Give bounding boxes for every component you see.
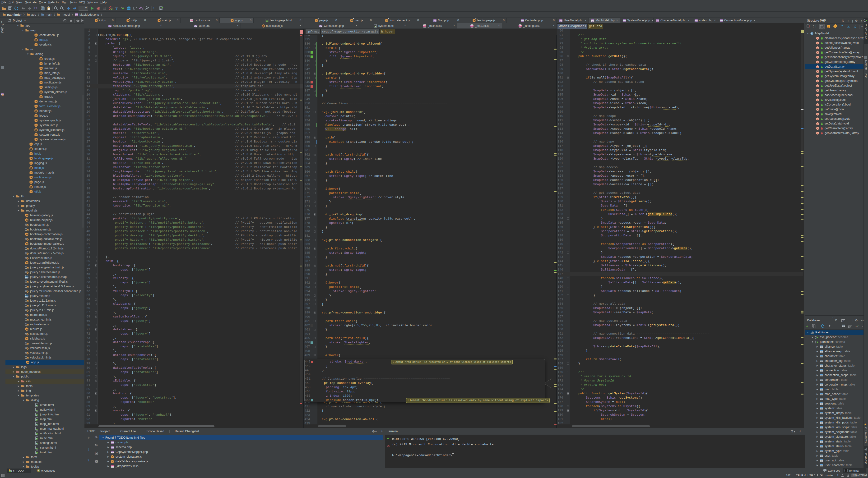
- svg-text:DDL: DDL: [855, 326, 858, 327]
- svg-text:VCS: VCS: [121, 6, 124, 8]
- svg-text:>_: >_: [844, 470, 847, 472]
- svg-text:A: A: [61, 7, 62, 9]
- svg-text:c: c: [835, 26, 836, 28]
- svg-text:z: z: [813, 26, 814, 28]
- svg-text:VCS: VCS: [115, 6, 118, 8]
